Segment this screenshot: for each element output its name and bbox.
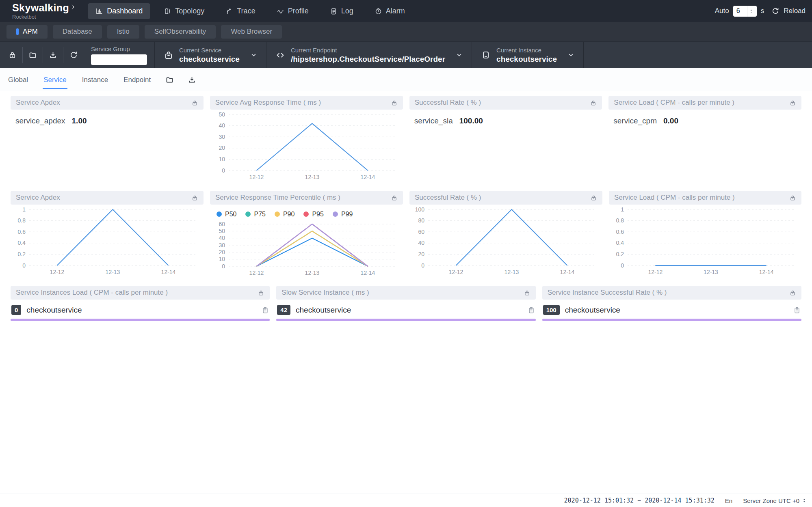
clipboard-button[interactable] bbox=[793, 306, 801, 314]
nav-item-label: Alarm bbox=[386, 7, 405, 15]
nav-item-label: Topology bbox=[175, 7, 204, 15]
panel-title: Successful Rate ( % ) bbox=[415, 99, 481, 107]
svg-text:0: 0 bbox=[222, 167, 225, 174]
svg-text:60: 60 bbox=[219, 221, 225, 227]
nav-item-log[interactable]: Log bbox=[322, 3, 361, 19]
template-tab-label: Web Browser bbox=[231, 28, 272, 36]
nav-item-alarm[interactable]: Alarm bbox=[367, 3, 413, 19]
service-group-label: Service Group bbox=[91, 45, 147, 52]
panel-lock-button[interactable] bbox=[789, 99, 796, 106]
updown-icon bbox=[801, 498, 807, 503]
panel-lock-button[interactable] bbox=[191, 99, 198, 106]
clipboard-icon bbox=[793, 306, 801, 314]
panel-title: Service Instance Successful Rate ( % ) bbox=[548, 289, 667, 297]
dashboard-folder-button[interactable] bbox=[165, 76, 174, 84]
selector-current-service[interactable]: Current Servicecheckoutservice bbox=[155, 42, 266, 68]
dashboard-import-button[interactable] bbox=[188, 76, 196, 84]
endpoint-icon bbox=[275, 50, 285, 60]
selector-current-endpoint[interactable]: Current Endpoint/hipstershop.CheckoutSer… bbox=[266, 42, 472, 68]
template-tab-selfobservability[interactable]: SelfObservability bbox=[145, 25, 216, 39]
stepper-arrows[interactable] bbox=[747, 6, 755, 17]
auto-unit-label: s bbox=[761, 7, 764, 15]
refresh-button[interactable] bbox=[63, 47, 84, 63]
tab-service[interactable]: Service bbox=[43, 70, 67, 89]
nav-item-trace[interactable]: Trace bbox=[218, 3, 263, 19]
crescent-icon bbox=[70, 3, 76, 11]
template-tab-istio[interactable]: Istio bbox=[107, 25, 139, 39]
panel-title: Service Response Time Percentile ( ms ) bbox=[215, 194, 340, 202]
panel-lock-button[interactable] bbox=[258, 289, 264, 296]
legend-item-p99[interactable]: P99 bbox=[333, 211, 353, 218]
svg-text:0.8: 0.8 bbox=[18, 217, 26, 224]
panel-header: Successful Rate ( % ) bbox=[409, 191, 602, 205]
language-selector[interactable]: En bbox=[725, 497, 732, 504]
profile-icon bbox=[277, 7, 284, 15]
panel-lock-button[interactable] bbox=[789, 289, 796, 296]
nav-item-profile[interactable]: Profile bbox=[269, 3, 316, 19]
panel-lock-button[interactable] bbox=[391, 99, 398, 106]
legend-item-p90[interactable]: P90 bbox=[275, 211, 294, 218]
reload-icon[interactable] bbox=[771, 7, 780, 15]
template-tab-label: Database bbox=[63, 28, 92, 36]
template-tab-database[interactable]: Database bbox=[53, 25, 102, 39]
clipboard-button[interactable] bbox=[528, 306, 535, 314]
panel-title: Service Load ( CPM - calls per minute ) bbox=[614, 194, 735, 202]
panel-lock-button[interactable] bbox=[391, 194, 398, 201]
tab-global[interactable]: Global bbox=[7, 70, 29, 89]
legend-item-p95[interactable]: P95 bbox=[303, 211, 323, 218]
panel-body: 42checkoutservice bbox=[276, 300, 535, 323]
template-tab-web-browser[interactable]: Web Browser bbox=[221, 25, 282, 39]
legend-label: P75 bbox=[254, 211, 265, 218]
time-range-picker[interactable]: 2020-12-12 15:01:32 ~ 2020-12-14 15:31:3… bbox=[564, 497, 715, 504]
clipboard-button[interactable] bbox=[262, 306, 269, 314]
reload-button[interactable]: Reload bbox=[784, 7, 806, 15]
instance-row[interactable]: 0checkoutservice bbox=[11, 300, 270, 315]
legend-dot bbox=[245, 211, 251, 217]
panel-row-3: Service Instances Load ( CPM - calls per… bbox=[11, 286, 801, 323]
tab-instance[interactable]: Instance bbox=[81, 70, 109, 89]
folder-button[interactable] bbox=[23, 47, 43, 63]
auto-interval-stepper[interactable] bbox=[733, 6, 757, 17]
nav-item-topology[interactable]: Topology bbox=[156, 3, 212, 19]
svg-text:20: 20 bbox=[219, 249, 225, 255]
metric-value: 0.00 bbox=[663, 117, 678, 125]
svg-text:12-14: 12-14 bbox=[361, 270, 375, 276]
service-group-block: Service Group bbox=[84, 42, 155, 68]
legend-item-p50[interactable]: P50 bbox=[217, 211, 236, 218]
service-group-input[interactable] bbox=[91, 54, 147, 65]
legend-item-p75[interactable]: P75 bbox=[245, 211, 265, 218]
panel-lock-button[interactable] bbox=[524, 289, 531, 296]
panel-service-instance-successful-rate: Service Instance Successful Rate ( % )10… bbox=[542, 286, 801, 323]
auto-interval-input[interactable] bbox=[733, 7, 747, 15]
panel-lock-button[interactable] bbox=[789, 194, 796, 201]
instance-value-badge: 100 bbox=[543, 305, 560, 315]
svg-text:12-14: 12-14 bbox=[759, 269, 774, 275]
line-chart: 00.20.40.60.8112-1212-1312-14 bbox=[609, 205, 801, 278]
instance-row[interactable]: 42checkoutservice bbox=[276, 300, 535, 315]
clipboard-icon bbox=[528, 306, 535, 314]
nav-item-label: Trace bbox=[237, 7, 255, 15]
panel-lock-button[interactable] bbox=[590, 99, 597, 106]
instance-row[interactable]: 100checkoutservice bbox=[542, 300, 801, 315]
chevron-down-icon bbox=[567, 52, 574, 58]
selector-toolbar: Service Group Current Servicecheckoutser… bbox=[0, 41, 812, 68]
panel-title: Service Avg Response Time ( ms ) bbox=[215, 99, 321, 107]
download-button[interactable] bbox=[43, 47, 63, 63]
panel-lock-button[interactable] bbox=[590, 194, 597, 201]
svg-text:12-14: 12-14 bbox=[161, 269, 176, 275]
panel-lock-button[interactable] bbox=[191, 194, 198, 201]
tab-endpoint[interactable]: Endpoint bbox=[123, 70, 152, 89]
panel-row-2: Service Apdex00.20.40.60.8112-1212-1312-… bbox=[11, 191, 801, 281]
template-tab-apm[interactable]: APM bbox=[6, 25, 48, 39]
panel-header: Service Avg Response Time ( ms ) bbox=[210, 96, 403, 110]
nav-item-dashboard[interactable]: Dashboard bbox=[88, 3, 150, 19]
svg-text:0: 0 bbox=[222, 263, 225, 270]
lock-button[interactable] bbox=[2, 47, 23, 63]
legend-label: P95 bbox=[312, 211, 323, 218]
instance-name: checkoutservice bbox=[565, 306, 620, 315]
svg-text:12-13: 12-13 bbox=[305, 270, 320, 276]
svg-text:12-12: 12-12 bbox=[50, 269, 65, 275]
selector-current-instance[interactable]: Current Instancecheckoutservice bbox=[472, 42, 584, 68]
server-zone-selector[interactable]: Server Zone UTC +0 bbox=[743, 497, 807, 504]
svg-text:12-12: 12-12 bbox=[648, 269, 663, 275]
